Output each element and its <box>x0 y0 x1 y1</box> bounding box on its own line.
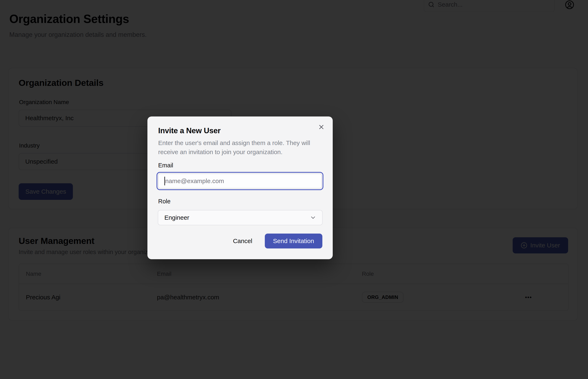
close-button[interactable] <box>318 124 325 130</box>
dialog-footer: Cancel Send Invitation <box>226 234 322 249</box>
cancel-button[interactable]: Cancel <box>226 234 259 249</box>
email-placeholder: name@example.com <box>165 177 224 185</box>
role-label: Role <box>158 198 171 205</box>
email-label: Email <box>158 162 173 169</box>
role-select-value: Engineer <box>164 214 189 221</box>
role-select[interactable]: Engineer <box>158 210 323 225</box>
text-caret <box>164 177 165 185</box>
dialog-description: Enter the user's email and assign them a… <box>158 138 310 157</box>
chevron-down-icon <box>310 214 316 221</box>
send-invitation-button[interactable]: Send Invitation <box>265 234 322 249</box>
email-field-focus-ring: name@example.com <box>157 172 323 190</box>
email-field[interactable]: name@example.com <box>158 174 322 189</box>
dialog-description-line1: Enter the user's email and assign them a… <box>158 138 310 147</box>
dialog-title: Invite a New User <box>158 126 221 135</box>
invite-user-dialog: Invite a New User Enter the user's email… <box>147 116 333 259</box>
close-icon <box>318 124 325 130</box>
dialog-description-line2: receive an invitation to join your organ… <box>158 147 310 157</box>
